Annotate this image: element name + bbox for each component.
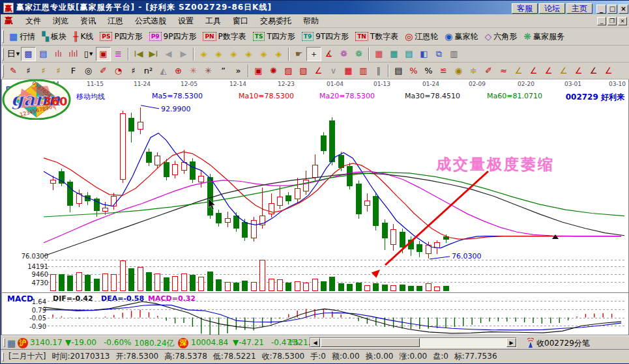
prev-button[interactable]: ◀: [161, 47, 176, 61]
win-angle-button[interactable]: ∠: [586, 64, 601, 78]
zoom-out-button[interactable]: ◈: [256, 47, 271, 61]
toolbar-grip[interactable]: [2, 30, 4, 44]
cycle-flower-button[interactable]: ❁: [351, 47, 366, 61]
menu-item-3[interactable]: 江恩: [102, 14, 129, 28]
print-button[interactable]: ▥: [446, 47, 461, 61]
crosshair-button[interactable]: ＋: [306, 47, 321, 61]
next-button[interactable]: ▶: [176, 47, 191, 61]
notebook-button[interactable]: ▤: [402, 47, 417, 61]
toolbar-grip[interactable]: [2, 64, 4, 77]
gold-angle-button[interactable]: ∠: [556, 64, 571, 78]
gann-flower-button[interactable]: ❁: [336, 47, 351, 61]
menu-item-9[interactable]: 帮助: [297, 14, 325, 28]
angle-fan-button[interactable]: ∠: [311, 64, 326, 78]
menu-item-2[interactable]: 资讯: [74, 14, 102, 28]
four-angle-button[interactable]: ∠: [601, 64, 616, 78]
bars-9-button[interactable]: ılıl: [66, 47, 81, 61]
brush-grid-button[interactable]: ✐: [96, 64, 111, 78]
box-diag-button[interactable]: ▧: [296, 64, 311, 78]
more-tools-button[interactable]: »: [231, 64, 246, 78]
quote-table-icon[interactable]: ▦: [7, 338, 16, 348]
child-close-button[interactable]: ×: [618, 17, 627, 25]
winner-wheel-button[interactable]: ◉赢家轮: [441, 29, 481, 44]
scroll-right-button[interactable]: ▶: [506, 338, 516, 347]
gold-circle-button[interactable]: ◉: [451, 64, 466, 78]
hexagon-button[interactable]: ◇六角形: [482, 29, 521, 44]
gold-grid-1-button[interactable]: ♯: [36, 64, 51, 78]
close-button[interactable]: ×: [619, 5, 628, 14]
clock-circle-button[interactable]: ◔: [111, 64, 126, 78]
gann-wheel-button[interactable]: ◎江恩轮: [402, 29, 441, 44]
star-tool-button[interactable]: ✳: [186, 64, 201, 78]
mirror-tool-button[interactable]: ◭: [156, 64, 171, 78]
calendar-button[interactable]: ▦: [372, 47, 387, 61]
export-button[interactable]: ⧉: [432, 47, 446, 61]
hand-tool-button[interactable]: ☛: [291, 47, 306, 61]
ray-fan-button[interactable]: ✺: [266, 64, 281, 78]
zoom-in-button[interactable]: ◈: [241, 47, 256, 61]
parallel-tool-button[interactable]: ∥: [371, 64, 386, 78]
9t-square-button[interactable]: T99T四方形: [299, 29, 352, 44]
draw-pencil-button[interactable]: ✎: [6, 64, 21, 78]
maximize-button[interactable]: □: [607, 5, 617, 14]
winner-service-button[interactable]: ❋赢家服务: [520, 29, 568, 44]
p-square-button[interactable]: PSP四方形: [96, 29, 145, 44]
chart-h-scrollbar[interactable]: ◀ ▶: [310, 337, 517, 348]
circle-cross-button[interactable]: ⊕: [171, 64, 186, 78]
box-hatch-button[interactable]: ▨: [281, 64, 296, 78]
percent-levels-button[interactable]: ≌: [436, 64, 451, 78]
child-minimize-button[interactable]: _: [597, 17, 606, 25]
t-square-button[interactable]: TST四方形: [250, 29, 299, 44]
quote-tool-button[interactable]: ”: [216, 64, 231, 78]
minimize-button[interactable]: _: [596, 5, 606, 14]
web-tool-button[interactable]: ✳: [201, 64, 216, 78]
toolbar-grip[interactable]: [2, 48, 4, 61]
menu-item-0[interactable]: 文件: [20, 14, 47, 28]
chart-area[interactable]: 76.030014191946047301.640.79-0.05-0.9092…: [1, 79, 629, 335]
calculator-button[interactable]: ▦: [387, 47, 402, 61]
period-day-button[interactable]: 日▼: [6, 47, 21, 61]
t-digit-table-button[interactable]: TNT数字表: [352, 29, 402, 44]
scroll-left-button[interactable]: ◀: [310, 338, 320, 347]
save-button[interactable]: ◧: [417, 47, 432, 61]
color-bars-button[interactable]: ≣: [111, 47, 126, 61]
chart-layout-button[interactable]: ▩: [21, 47, 36, 61]
menu-item-1[interactable]: 浏览: [47, 14, 74, 28]
first-page-button[interactable]: Ι◀: [131, 47, 146, 61]
child-restore-button[interactable]: ❐: [607, 17, 617, 25]
candle-style-button[interactable]: ▯▼: [81, 47, 96, 61]
gold-grid-2-button[interactable]: ♯: [51, 64, 66, 78]
index-bar-grip[interactable]: [3, 338, 5, 347]
menu-item-8[interactable]: 交易委托: [254, 14, 297, 28]
menu-item-5[interactable]: 设置: [172, 14, 199, 28]
menu-item-7[interactable]: 窗口: [227, 14, 254, 28]
percent-button[interactable]: %: [421, 64, 436, 78]
quotes-button[interactable]: ▦行情: [6, 29, 38, 44]
grid-tool-button[interactable]: ♯: [21, 64, 36, 78]
chart-canvas[interactable]: 76.030014191946047301.640.79-0.05-0.9092…: [2, 79, 628, 335]
god-angle-button[interactable]: ∠: [571, 64, 586, 78]
n2-grid-button[interactable]: n²: [141, 64, 156, 78]
forum-button[interactable]: 论坛: [539, 3, 565, 14]
menu-item-4[interactable]: 公式选股: [129, 14, 172, 28]
zoom-right-button[interactable]: ◈: [211, 47, 226, 61]
zoom-h-button[interactable]: ◈: [226, 47, 241, 61]
stamp-button[interactable]: ▣: [96, 47, 111, 61]
feed-label[interactable]: 收002729分笔: [536, 338, 590, 349]
spiral-button[interactable]: ◎: [81, 64, 96, 78]
dense-grid-button[interactable]: ♯: [126, 64, 141, 78]
red-grid-1-button[interactable]: ▦: [341, 64, 356, 78]
sectors-button[interactable]: ▚板块: [38, 29, 70, 44]
v-tool-button[interactable]: ∨: [326, 64, 341, 78]
support-button[interactable]: 客服: [512, 3, 538, 14]
info-panel-button[interactable]: ▤: [36, 47, 51, 61]
bars-3-button[interactable]: ılı: [51, 47, 66, 61]
wave-lines-button[interactable]: ≈: [496, 64, 511, 78]
zoom-all-button[interactable]: ◈: [271, 47, 286, 61]
flag-grid-button[interactable]: ▣: [251, 64, 266, 78]
zoom-left-button[interactable]: ◈: [196, 47, 211, 61]
angle-tool-button[interactable]: ∡: [321, 47, 336, 61]
percent-line-button[interactable]: %: [406, 64, 421, 78]
kline-button[interactable]: ╫K线: [70, 29, 96, 44]
gold-under-button[interactable]: ∠: [511, 64, 526, 78]
